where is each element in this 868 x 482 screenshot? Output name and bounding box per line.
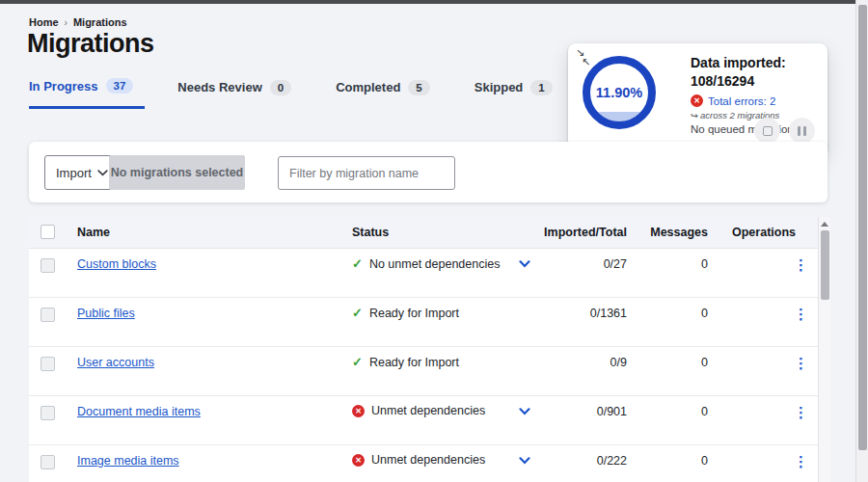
import-progress-card: ↘ ↖ 11.90% Data imported: 108/16294 ✕ To… — [568, 43, 827, 154]
scrollbar-up-arrow-icon[interactable] — [821, 222, 828, 227]
migrations-table: Name Status Imported/Total Messages Oper… — [29, 217, 830, 482]
column-header-messages: Messages — [650, 226, 708, 239]
check-icon: ✓ — [352, 355, 363, 369]
table-scrollbar[interactable] — [818, 217, 830, 482]
data-imported-value: 108/16294 — [691, 72, 822, 91]
table-row: Image media items ✕ Unmet dependencies 0… — [29, 445, 818, 482]
imported-total-cell: 0/901 — [597, 405, 627, 418]
tab-label: Skipped — [475, 80, 524, 94]
operations-kebab-icon[interactable]: ⋮ — [794, 256, 808, 274]
status-text: Unmet dependencies — [371, 404, 485, 417]
window-top-bar — [0, 0, 868, 4]
check-icon: ✓ — [352, 256, 363, 271]
tab-in-progress[interactable]: In Progress 37 — [29, 76, 145, 109]
tab-count-badge: 5 — [408, 80, 429, 95]
tab-needs-review[interactable]: Needs Review 0 — [177, 76, 303, 109]
no-migrations-selected-button[interactable]: No migrations selected — [109, 155, 245, 190]
breadcrumb-home-link[interactable]: Home — [29, 16, 59, 28]
migration-link[interactable]: User accounts — [77, 356, 154, 369]
operations-kebab-icon[interactable]: ⋮ — [794, 453, 808, 470]
error-circle-icon: ✕ — [352, 454, 365, 467]
status-text: Ready for Import — [369, 356, 459, 369]
imported-total-cell: 0/222 — [597, 454, 627, 468]
status-text: Ready for Import — [369, 307, 459, 320]
table-row: Public files ✓ Ready for Import 0/1361 0… — [29, 298, 818, 347]
chevron-down-icon — [97, 170, 108, 176]
error-circle-icon: ✕ — [691, 94, 703, 107]
messages-cell: 0 — [701, 257, 708, 271]
breadcrumb-current: Migrations — [73, 16, 127, 28]
imported-total-cell: 0/27 — [604, 257, 627, 271]
row-checkbox[interactable] — [41, 357, 55, 371]
messages-cell: 0 — [701, 356, 708, 369]
messages-cell: 0 — [701, 405, 708, 418]
status-cell: ✕ Unmet dependencies — [352, 453, 485, 467]
migration-link[interactable]: Image media items — [77, 454, 179, 468]
filter-input[interactable] — [278, 156, 455, 190]
resize-handle-icon[interactable]: ↖ — [582, 56, 590, 68]
row-checkbox[interactable] — [41, 406, 55, 420]
status-text: No unmet dependencies — [369, 257, 501, 271]
column-header-status: Status — [352, 226, 389, 239]
column-header-imported-total: Imported/Total — [544, 226, 627, 239]
tab-label: In Progress — [29, 79, 98, 94]
total-errors-link[interactable]: Total errors: 2 — [708, 95, 775, 107]
row-checkbox[interactable] — [41, 308, 55, 322]
pause-button[interactable] — [789, 118, 815, 144]
imported-total-cell: 0/1361 — [590, 307, 627, 320]
status-cell: ✕ Unmet dependencies — [352, 404, 485, 417]
row-checkbox[interactable] — [41, 258, 55, 273]
table-body: Custom blocks ✓ No unmet dependencies 0/… — [29, 249, 818, 482]
tab-count-badge: 37 — [106, 78, 134, 94]
stop-icon — [763, 126, 773, 136]
actions-toolbar: Import No migrations selected — [29, 142, 827, 202]
column-header-name: Name — [77, 226, 110, 239]
select-all-checkbox[interactable] — [41, 225, 55, 239]
operations-kebab-icon[interactable]: ⋮ — [794, 404, 808, 421]
status-text: Unmet dependencies — [371, 453, 485, 467]
table-row: Custom blocks ✓ No unmet dependencies 0/… — [29, 249, 818, 298]
operations-kebab-icon[interactable]: ⋮ — [794, 355, 808, 372]
tab-label: Needs Review — [177, 80, 261, 94]
expand-chevron-icon[interactable] — [519, 260, 530, 268]
page-scrollbar[interactable] — [855, 0, 868, 482]
column-header-operations: Operations — [732, 226, 796, 239]
breadcrumb: Home › Migrations — [29, 16, 127, 28]
messages-cell: 0 — [701, 307, 708, 320]
pause-icon — [798, 126, 806, 136]
tab-skipped[interactable]: Skipped 1 — [475, 76, 564, 109]
page-scrollbar-thumb[interactable] — [858, 5, 867, 450]
operations-kebab-icon[interactable]: ⋮ — [794, 306, 808, 323]
tab-count-badge: 1 — [530, 80, 552, 95]
table-row: Document media items ✕ Unmet dependencie… — [29, 396, 818, 445]
table-row: User accounts ✓ Ready for Import 0/9 0 ⋮ — [29, 347, 818, 396]
breadcrumb-separator-icon: › — [65, 17, 68, 28]
status-cell: ✓ Ready for Import — [352, 355, 459, 369]
total-errors-row: ✕ Total errors: 2 — [691, 94, 822, 107]
tab-count-badge: 0 — [270, 80, 291, 95]
stop-button[interactable] — [754, 118, 780, 144]
across-arrow-icon: ↪ — [691, 110, 698, 120]
error-circle-icon: ✕ — [352, 405, 365, 417]
progress-card-buttons — [754, 118, 815, 144]
imported-total-cell: 0/9 — [610, 356, 627, 369]
row-checkbox[interactable] — [41, 455, 55, 469]
check-icon: ✓ — [352, 306, 363, 320]
expand-chevron-icon[interactable] — [519, 457, 530, 465]
expand-chevron-icon[interactable] — [519, 408, 530, 415]
status-cell: ✓ Ready for Import — [352, 306, 459, 320]
data-imported-label: Data imported: — [691, 54, 822, 72]
import-label: Import — [56, 166, 92, 180]
status-cell: ✓ No unmet dependencies — [352, 256, 500, 271]
table-scrollbar-thumb[interactable] — [821, 230, 829, 300]
tab-completed[interactable]: Completed 5 — [336, 76, 442, 109]
migration-link[interactable]: Custom blocks — [77, 257, 156, 271]
page-title: Migrations — [27, 29, 154, 59]
messages-cell: 0 — [701, 454, 708, 468]
table-header-row: Name Status Imported/Total Messages Oper… — [29, 217, 818, 249]
migration-link[interactable]: Document media items — [77, 405, 201, 418]
progress-circle: 11.90% — [583, 56, 656, 129]
migration-link[interactable]: Public files — [77, 307, 135, 320]
tab-label: Completed — [336, 80, 400, 94]
progress-percent: 11.90% — [596, 85, 642, 100]
